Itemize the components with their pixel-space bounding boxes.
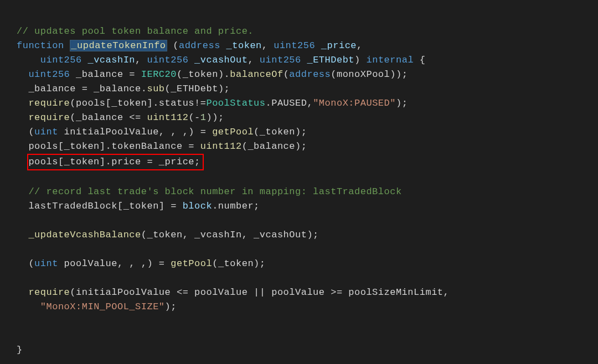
blank-line — [17, 244, 23, 254]
code-line: function _updateTokenInfo (address _toke… — [17, 40, 363, 51]
highlighted-line: pools[_token].price = _price; — [17, 157, 204, 167]
blank-line — [17, 172, 23, 183]
code-line: require(initialPoolValue <= poolValue ||… — [17, 287, 449, 298]
code-line: "MonoX:MIN_POOL_SIZE"); — [17, 301, 177, 312]
comment-line: // record last trade's block number in m… — [17, 186, 402, 197]
blank-line — [17, 316, 23, 326]
code-line: require(_balance <= uint112(-1)); — [17, 112, 224, 123]
code-line: } — [17, 345, 23, 355]
code-line: _updateVcashBalance(_token, _vcashIn, _v… — [17, 230, 319, 240]
function-name-highlight: _updateTokenInfo — [70, 40, 167, 51]
code-line: _balance = _balance.sub(_ETHDebt); — [17, 84, 230, 94]
code-line: uint256 _vcashIn, uint256 _vcashOut, uin… — [17, 55, 426, 65]
blank-line — [17, 215, 23, 226]
blank-line — [17, 273, 23, 283]
code-line: (uint poolValue, , ,) = getPool(_token); — [17, 258, 266, 269]
code-line: uint256 _balance = IERC20(_token).balanc… — [17, 69, 408, 80]
code-editor[interactable]: // updates pool token balance and price.… — [0, 0, 598, 357]
blank-line — [17, 330, 23, 341]
comment-line: // updates pool token balance and price. — [17, 26, 254, 37]
code-line: (uint initialPoolValue, , ,) = getPool(_… — [17, 127, 307, 137]
code-line: lastTradedBlock[_token] = block.number; — [17, 201, 260, 211]
code-line: pools[_token].tokenBalance = uint112(_ba… — [17, 141, 307, 152]
code-line: require(pools[_token].status!=PoolStatus… — [17, 98, 408, 108]
